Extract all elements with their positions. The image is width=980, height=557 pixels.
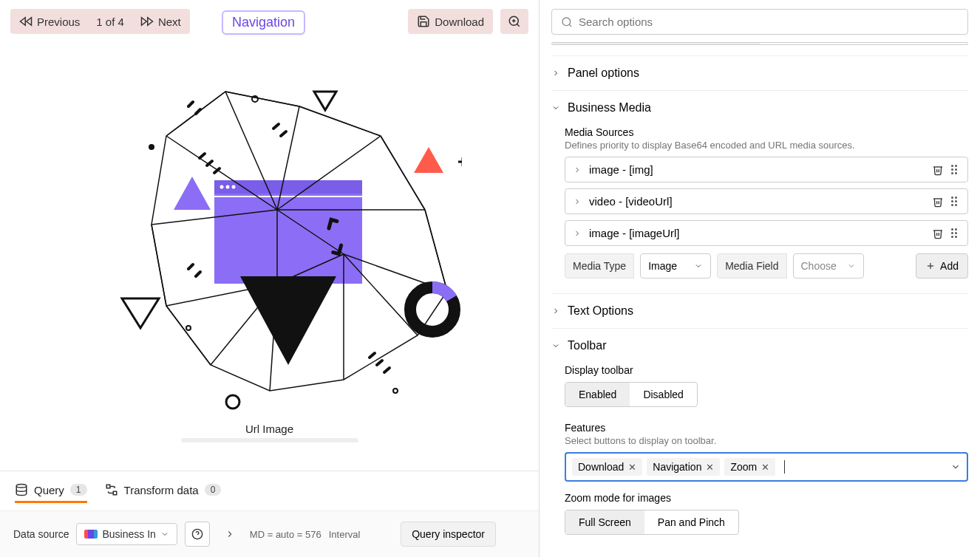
svg-point-42: [226, 395, 239, 409]
svg-marker-1: [27, 18, 32, 26]
datasource-help-button[interactable]: [185, 522, 210, 547]
chevron-down-icon: [694, 262, 703, 270]
tab-all[interactable]: All: [552, 43, 760, 45]
zoom-mode-label: Zoom mode for images: [565, 492, 968, 504]
zoom-in-icon: [508, 15, 521, 28]
zoom-mode-panpinch[interactable]: Pan and Pinch: [644, 510, 738, 534]
section-text-options: Text Options: [551, 293, 968, 328]
plus-icon: [925, 261, 936, 271]
query-inspector-button[interactable]: Query inspector: [401, 522, 496, 547]
next-button[interactable]: Next: [132, 9, 190, 34]
help-icon: [191, 528, 203, 540]
bottom-tabs: Query 1 Transform data 0: [0, 471, 539, 510]
drag-handle-icon[interactable]: [951, 165, 960, 174]
svg-rect-63: [113, 491, 117, 495]
media-source-item[interactable]: video - [videoUrl]: [565, 188, 968, 214]
svg-line-30: [225, 92, 299, 106]
svg-line-31: [299, 106, 381, 136]
search-input[interactable]: [579, 16, 959, 28]
fast-forward-icon: [140, 15, 154, 28]
datasource-select[interactable]: Business In: [76, 523, 177, 545]
section-toggle-panel-options[interactable]: Panel options: [551, 62, 968, 84]
svg-point-10: [220, 185, 223, 189]
media-field-select[interactable]: Choose: [793, 253, 864, 278]
zoom-mode-fullscreen[interactable]: Full Screen: [565, 510, 644, 534]
horizontal-scrollbar[interactable]: [181, 438, 358, 442]
svg-line-5: [517, 24, 519, 26]
zoom-group: [500, 9, 528, 34]
drag-handle-icon[interactable]: [951, 228, 960, 238]
options-pane: All Overrides Panel options Business Med…: [540, 0, 980, 557]
tab-overrides[interactable]: Overrides: [760, 43, 967, 45]
svg-line-67: [569, 24, 571, 27]
toolbar-enabled-option[interactable]: Enabled: [565, 383, 630, 406]
close-icon[interactable]: ✕: [761, 462, 769, 473]
chevron-down-icon: [847, 262, 856, 270]
svg-line-33: [425, 210, 447, 291]
feature-chip-zoom[interactable]: Zoom✕: [724, 458, 775, 476]
svg-rect-62: [106, 485, 110, 488]
chevron-right-icon: [225, 529, 235, 539]
svg-point-46: [393, 389, 398, 393]
features-desc: Select buttons to display on toolbar.: [565, 435, 968, 446]
section-business-media: Business Media Media Sources Defines pri…: [551, 90, 968, 293]
media-sources-desc: Defines priority to display Base64 encod…: [565, 140, 968, 151]
svg-point-43: [149, 144, 154, 150]
save-icon: [417, 15, 430, 28]
tab-transform[interactable]: Transform data 0: [105, 479, 222, 503]
chevron-down-icon: [551, 103, 560, 112]
search-options[interactable]: [551, 9, 968, 35]
svg-line-54: [370, 353, 375, 358]
svg-point-61: [16, 485, 27, 488]
feature-chip-navigation[interactable]: Navigation✕: [647, 458, 720, 476]
zoom-button[interactable]: [500, 9, 528, 34]
download-group: Download: [408, 9, 493, 34]
features-label: Features: [565, 422, 968, 434]
database-icon: [15, 483, 28, 496]
media-source-item[interactable]: image - [img]: [565, 157, 968, 182]
svg-point-11: [225, 185, 229, 189]
chevron-down-icon: [160, 530, 169, 539]
rewind-icon: [19, 15, 33, 28]
svg-line-60: [281, 131, 286, 136]
svg-line-52: [207, 161, 212, 165]
transform-icon: [105, 483, 118, 496]
toolbar-disabled-option[interactable]: Disabled: [630, 383, 696, 406]
section-toggle-toolbar[interactable]: Toolbar: [551, 335, 968, 357]
svg-line-55: [377, 360, 382, 365]
previous-button[interactable]: Previous: [10, 9, 89, 34]
feature-chip-download[interactable]: Download✕: [572, 458, 642, 476]
search-icon: [561, 16, 573, 28]
section-toggle-text-options[interactable]: Text Options: [551, 300, 968, 322]
svg-line-56: [384, 368, 389, 372]
svg-marker-2: [148, 18, 153, 26]
chevron-down-icon[interactable]: [950, 462, 961, 472]
tab-query[interactable]: Query 1: [15, 479, 87, 503]
trash-icon[interactable]: [932, 196, 944, 208]
callout-navigation: Navigation: [222, 10, 305, 35]
navigation-group: Previous 1 of 4 Next: [10, 9, 190, 34]
datasource-md: MD = auto = 576: [250, 529, 321, 540]
display-toolbar-label: Display toolbar: [565, 364, 968, 376]
media-source-item[interactable]: image - [imageUrl]: [565, 220, 968, 246]
datasource-next-button[interactable]: [217, 522, 242, 547]
close-icon[interactable]: ✕: [706, 462, 714, 473]
media-type-select[interactable]: Image: [640, 253, 711, 278]
section-toggle-business-media[interactable]: Business Media: [551, 97, 968, 119]
query-count-badge: 1: [70, 484, 87, 496]
datasource-row: Data source Business In MD = auto = 576 …: [0, 510, 539, 557]
svg-marker-3: [141, 18, 146, 26]
trash-icon[interactable]: [932, 228, 944, 239]
text-cursor: [784, 460, 785, 474]
svg-line-49: [188, 102, 193, 106]
svg-marker-38: [414, 147, 443, 173]
add-media-button[interactable]: Add: [916, 253, 968, 278]
image-caption: Url Image: [245, 417, 293, 438]
trash-icon[interactable]: [932, 164, 944, 176]
svg-point-66: [562, 18, 571, 26]
drag-handle-icon[interactable]: [951, 197, 960, 206]
display-toolbar-toggle: Enabled Disabled: [565, 382, 698, 407]
features-multiselect[interactable]: Download✕ Navigation✕ Zoom✕: [565, 452, 968, 482]
close-icon[interactable]: ✕: [628, 462, 636, 473]
download-button[interactable]: Download: [408, 9, 493, 34]
